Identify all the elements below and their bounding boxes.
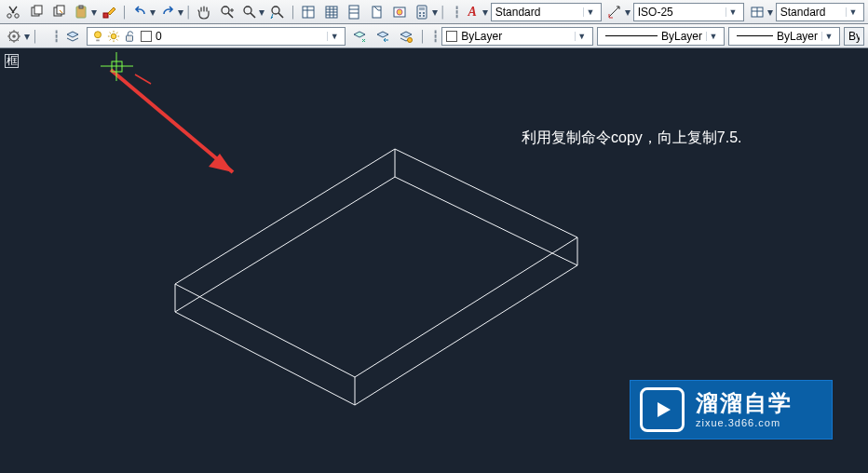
linetype-preview [605,35,658,36]
color-combo[interactable]: ByLayer ▼ [441,27,592,46]
color-value: ByLayer [461,30,570,43]
cut-icon[interactable] [3,1,23,23]
svg-rect-5 [57,6,64,14]
properties-icon[interactable] [298,1,319,23]
chevron-down-icon: ▼ [706,32,720,41]
chevron-down-icon: ▼ [821,32,835,41]
watermark-title: 溜溜自学 [696,391,793,415]
lineweight-value: ByLayer [777,30,818,43]
svg-point-11 [272,7,279,14]
tool-palettes-icon[interactable] [344,1,364,23]
copy-link-icon[interactable] [48,1,69,23]
plotstyle-value: By [848,30,860,43]
redo-icon[interactable] [157,1,178,23]
svg-line-31 [111,70,233,172]
markup-icon[interactable] [389,1,410,23]
tick-mark [135,74,151,84]
chevron-down-icon: ▼ [575,32,589,41]
undo-dropdown[interactable]: ▾ [149,2,156,22]
design-center-icon[interactable] [321,1,342,23]
grip[interactable]: ┇ [52,26,61,47]
zoom-window-icon[interactable] [239,1,260,23]
svg-point-27 [94,31,101,37]
svg-point-23 [423,15,425,17]
svg-point-22 [419,15,421,17]
layer-match-icon[interactable] [396,25,417,47]
watermark-url: zixue.3d66.com [696,417,793,428]
annotation-arrow [111,70,233,172]
svg-point-9 [222,7,229,14]
layer-previous-icon[interactable] [373,25,394,47]
dim-style-combo[interactable]: ISO-25 ▼ [633,3,744,21]
dim-style-dropdown-btn[interactable]: ▾ [623,2,631,22]
box-wireframe [175,149,577,405]
svg-rect-3 [34,6,42,14]
redo-dropdown[interactable]: ▾ [177,2,184,22]
grip[interactable]: ┇ [453,2,461,22]
calculator-icon[interactable] [412,1,432,23]
separator: │ [418,26,427,47]
separator: │ [184,2,193,22]
svg-rect-29 [126,35,132,41]
svg-rect-8 [103,13,108,18]
pan-icon[interactable] [194,1,214,23]
grip[interactable]: ┇ [431,26,441,47]
zoom-previous-icon[interactable] [267,1,288,23]
chevron-down-icon: ▼ [583,7,597,17]
command-hint: 框 [5,54,19,68]
svg-point-1 [15,13,19,17]
separator: │ [439,2,447,22]
table-style-combo[interactable]: Standard ▼ [776,3,864,21]
plotstyle-combo[interactable]: By [844,27,864,46]
svg-point-10 [244,7,251,14]
dim-style-value: ISO-25 [638,6,722,19]
separator: │ [289,2,297,22]
svg-rect-12 [303,7,314,18]
sun-icon [107,30,120,43]
text-style-icon[interactable]: A [462,1,482,23]
copy-icon[interactable] [25,1,46,23]
layer-combo[interactable]: 0 ▼ [87,27,346,46]
layer-value: 0 [156,30,323,43]
chevron-down-icon: ▼ [726,7,739,17]
bulb-on-icon [91,30,104,43]
calculator-dropdown[interactable]: ▾ [431,2,439,22]
lineweight-combo[interactable]: ByLayer ▼ [728,27,840,46]
separator: │ [31,26,40,47]
svg-marker-36 [658,402,671,417]
lock-open-icon [123,30,136,43]
paste-icon[interactable] [71,1,91,23]
text-style-dropdown-btn[interactable]: ▾ [481,2,488,22]
sheet-set-icon[interactable] [366,1,387,23]
model-viewport[interactable]: 利用复制命令copy，向上复制7.5. 溜溜自学 zixue.3d66.com [0,48,868,473]
play-icon [640,387,685,432]
chevron-down-icon: ▼ [327,32,341,41]
watermark: 溜溜自学 zixue.3d66.com [630,380,833,439]
workspace-dropdown[interactable]: ▾ [22,26,31,47]
svg-rect-14 [349,6,359,19]
layer-states-icon[interactable] [348,25,370,47]
svg-point-21 [423,12,425,14]
color-swatch [446,31,457,42]
svg-point-0 [7,13,11,17]
layer-properties-icon[interactable] [62,25,84,47]
text-style-combo[interactable]: Standard ▼ [491,3,602,21]
svg-point-17 [397,9,402,15]
match-properties-icon[interactable] [99,1,119,23]
svg-point-28 [111,34,116,39]
separator: │ [120,2,129,22]
layer-color-swatch [141,31,152,42]
zoom-realtime-icon[interactable] [217,1,237,23]
paste-dropdown[interactable]: ▾ [90,2,98,22]
workspace-icon[interactable] [3,25,24,47]
zoom-dropdown[interactable]: ▾ [258,2,265,22]
table-style-dropdown-btn[interactable]: ▾ [766,2,773,22]
crosshair-cursor [101,52,133,81]
linetype-combo[interactable]: ByLayer ▼ [597,27,725,46]
chevron-down-icon: ▼ [846,7,860,17]
dim-style-icon[interactable] [604,1,625,23]
svg-point-30 [408,37,413,42]
svg-rect-19 [419,7,425,10]
table-style-icon[interactable] [747,1,767,23]
undo-icon[interactable] [129,1,150,23]
